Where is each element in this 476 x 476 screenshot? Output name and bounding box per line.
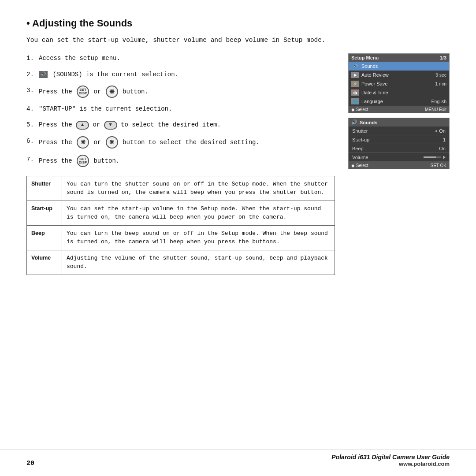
powersave-row-value: 1 min — [435, 81, 446, 86]
steps-list: 1. Access the setup menu. 2. 🔊 (SOUNDS) … — [26, 53, 335, 167]
table-label-beep: Beep — [27, 225, 62, 250]
page-footer: 20 Polaroid i631 Digital Camera User Gui… — [0, 450, 476, 467]
setup-menu-row-powersave[interactable]: ⚡ Power Save 1 min — [349, 79, 449, 88]
content-area: 1. Access the setup menu. 2. 🔊 (SOUNDS) … — [26, 53, 450, 275]
sounds-menu-icon: 🔊 — [351, 119, 357, 125]
setup-menu-row-language[interactable]: 🌐 Language English — [349, 97, 449, 106]
sounds-startup-label: Start-up — [352, 137, 369, 142]
nav-up-icon: ▲ — [76, 121, 89, 130]
nav-btn-icon: ❋ — [106, 86, 118, 98]
intro-text: You can set the start-up volume, shutter… — [26, 35, 450, 45]
datetime-row-icon: 📅 — [351, 89, 359, 96]
step-4-num: 4. — [26, 104, 39, 114]
setup-menu-widget: Setup Menu 1/3 🔊 Sounds ▶ Auto Review 3 … — [348, 53, 450, 113]
footer-url: www.polaroid.com — [331, 461, 450, 467]
sounds-beep-value: On — [439, 146, 446, 151]
volume-bar — [424, 156, 441, 158]
sounds-beep-row[interactable]: Beep On — [349, 144, 449, 153]
setup-menu-footer-left: ◆ Select — [351, 107, 368, 112]
footer-page-number: 20 — [26, 460, 34, 467]
step-7-text: Press the SETDISP button. — [39, 155, 335, 167]
sounds-menu-title: Sounds — [360, 120, 377, 125]
step-7-num: 7. — [26, 155, 39, 164]
setup-menu-header: Setup Menu 1/3 — [349, 54, 449, 62]
powersave-row-icon: ⚡ — [351, 81, 359, 87]
shutter-arrow-left: ◄ — [434, 129, 438, 133]
sounds-startup-value: 1 — [443, 137, 446, 142]
sounds-shutter-value: ◄ On — [434, 128, 446, 134]
sounds-volume-value — [424, 156, 446, 159]
nav-right-icon: ❋ — [106, 136, 118, 149]
setup-menu-row-autoreview[interactable]: ▶ Auto Review 3 sec — [349, 71, 449, 79]
table-text-shutter: You can turn the shutter sound on or off… — [62, 176, 335, 201]
table-text-volume: Adjusting the volume of the shutter soun… — [62, 250, 335, 275]
sounds-beep-label: Beep — [352, 146, 364, 151]
table-label-volume: Volume — [27, 250, 62, 275]
table-row-shutter: Shutter You can turn the shutter sound o… — [27, 176, 335, 201]
autoreview-row-icon: ▶ — [351, 72, 359, 78]
table-text-startup: You can set the start-up volume in the S… — [62, 201, 335, 225]
step-5-text: Press the ▲ or ▼ to select the desired i… — [39, 120, 335, 130]
steps-column: 1. Access the setup menu. 2. 🔊 (SOUNDS) … — [26, 53, 339, 275]
setup-menu-page: 1/3 — [440, 55, 446, 60]
language-row-label: Language — [361, 99, 431, 104]
set-disp2-button-icon: SETDISP — [77, 155, 89, 167]
step-6-num: 6. — [26, 136, 39, 146]
table-label-startup: Start-up — [27, 201, 62, 225]
step-1-num: 1. — [26, 53, 39, 63]
table-text-beep: You can turn the beep sound on or off in… — [62, 225, 335, 250]
setup-menu-title: Setup Menu — [351, 55, 379, 60]
sounds-shutter-label: Shutter — [352, 128, 368, 134]
step-1: 1. Access the setup menu. — [26, 53, 335, 63]
setup-menu-row-datetime[interactable]: 📅 Date & Time — [349, 88, 449, 97]
sounds-startup-row[interactable]: Start-up 1 — [349, 135, 449, 144]
step-2-num: 2. — [26, 70, 39, 79]
autoreview-row-value: 3 sec — [435, 72, 446, 78]
step-4: 4. "START-UP" is the current selection. — [26, 104, 335, 114]
setup-menu-row-sounds[interactable]: 🔊 Sounds — [349, 62, 449, 71]
table-label-shutter: Shutter — [27, 176, 62, 201]
page: Adjusting the Sounds You can set the sta… — [0, 0, 476, 476]
sounds-volume-label: Volume — [352, 155, 368, 160]
volume-bar-fill — [424, 156, 436, 158]
footer-title: Polaroid i631 Digital Camera User Guide — [331, 454, 450, 461]
step-1-text: Access the setup menu. — [39, 53, 335, 63]
step-5: 5. Press the ▲ or ▼ to select the desire… — [26, 120, 335, 130]
volume-bar-container — [424, 156, 446, 159]
step-3-text: Press the SETDISP or ❋ button. — [39, 86, 335, 98]
sounds-row-icon: 🔊 — [351, 63, 359, 69]
setup-menu-footer-right: MENU Exit — [425, 107, 446, 112]
ui-screenshots-column: Setup Menu 1/3 🔊 Sounds ▶ Auto Review 3 … — [348, 53, 450, 275]
sounds-menu-widget: 🔊 Sounds Shutter ◄ On Start-up 1 — [348, 118, 450, 169]
sounds-shutter-row[interactable]: Shutter ◄ On — [349, 126, 449, 135]
info-table: Shutter You can turn the shutter sound o… — [26, 176, 335, 275]
nav-left-icon: ❋ — [77, 136, 89, 149]
step-4-text: "START-UP" is the current selection. — [39, 104, 335, 114]
volume-triangle-icon — [443, 156, 446, 159]
language-row-value: English — [431, 99, 446, 104]
language-row-icon: 🌐 — [351, 98, 359, 104]
step-7: 7. Press the SETDISP button. — [26, 155, 335, 167]
sounds-icon: 🔊 — [39, 71, 48, 78]
page-title: Adjusting the Sounds — [26, 18, 450, 29]
autoreview-row-label: Auto Review — [361, 72, 435, 78]
sounds-menu-footer-left: ◆ Select — [351, 163, 368, 168]
sounds-row-label: Sounds — [361, 63, 446, 69]
step-6-text: Press the ❋ or ❋ button to select the de… — [39, 136, 335, 149]
step-5-num: 5. — [26, 120, 39, 130]
step-3: 3. Press the SETDISP or ❋ button. — [26, 86, 335, 98]
nav-down-icon: ▼ — [104, 121, 117, 130]
step-6: 6. Press the ❋ or ❋ button to select the… — [26, 136, 335, 149]
set-disp-button-icon: SETDISP — [77, 86, 89, 98]
sounds-volume-row[interactable]: Volume — [349, 153, 449, 162]
step-2: 2. 🔊 (SOUNDS) is the current selection. — [26, 70, 335, 79]
setup-menu-footer: ◆ Select MENU Exit — [349, 106, 449, 113]
datetime-row-label: Date & Time — [361, 90, 446, 95]
sounds-menu-footer-right: SET OK — [431, 163, 447, 168]
sounds-menu-footer: ◆ Select SET OK — [349, 162, 449, 169]
step-2-text: 🔊 (SOUNDS) is the current selection. — [39, 70, 335, 79]
table-row-beep: Beep You can turn the beep sound on or o… — [27, 225, 335, 250]
footer-right: Polaroid i631 Digital Camera User Guide … — [331, 454, 450, 467]
table-row-startup: Start-up You can set the start-up volume… — [27, 201, 335, 225]
step-3-num: 3. — [26, 86, 39, 95]
